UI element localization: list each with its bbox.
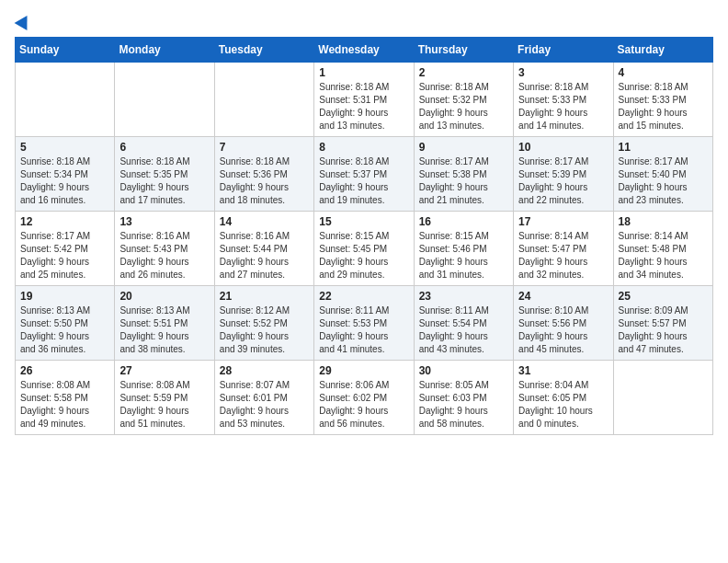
day-info: Sunrise: 8:08 AM Sunset: 5:59 PM Dayligh…: [119, 379, 209, 431]
calendar-cell: 20Sunrise: 8:13 AM Sunset: 5:51 PM Dayli…: [115, 286, 214, 361]
calendar-cell: 22Sunrise: 8:11 AM Sunset: 5:53 PM Dayli…: [314, 286, 414, 361]
day-info: Sunrise: 8:17 AM Sunset: 5:40 PM Dayligh…: [619, 155, 708, 207]
day-info: Sunrise: 8:14 AM Sunset: 5:47 PM Dayligh…: [518, 230, 608, 282]
calendar-cell: [16, 63, 115, 137]
calendar-cell: 6Sunrise: 8:18 AM Sunset: 5:35 PM Daylig…: [115, 137, 214, 212]
calendar-cell: 10Sunrise: 8:17 AM Sunset: 5:39 PM Dayli…: [514, 137, 613, 212]
calendar-header-row: SundayMondayTuesdayWednesdayThursdayFrid…: [16, 38, 713, 63]
calendar-cell: 3Sunrise: 8:18 AM Sunset: 5:33 PM Daylig…: [514, 63, 613, 137]
day-info: Sunrise: 8:07 AM Sunset: 6:01 PM Dayligh…: [220, 379, 309, 431]
day-number: 25: [619, 290, 708, 303]
calendar-cell: 15Sunrise: 8:15 AM Sunset: 5:45 PM Dayli…: [314, 212, 414, 286]
weekday-header-thursday: Thursday: [414, 38, 513, 63]
day-number: 18: [619, 215, 708, 228]
day-info: Sunrise: 8:15 AM Sunset: 5:45 PM Dayligh…: [319, 230, 408, 282]
day-number: 21: [220, 290, 309, 303]
calendar-cell: [214, 63, 313, 137]
day-info: Sunrise: 8:17 AM Sunset: 5:39 PM Dayligh…: [518, 155, 608, 207]
day-info: Sunrise: 8:05 AM Sunset: 6:03 PM Dayligh…: [419, 379, 508, 431]
calendar-week-row: 5Sunrise: 8:18 AM Sunset: 5:34 PM Daylig…: [16, 137, 713, 212]
calendar-cell: 23Sunrise: 8:11 AM Sunset: 5:54 PM Dayli…: [414, 286, 513, 361]
day-number: 31: [518, 364, 608, 377]
calendar-cell: 1Sunrise: 8:18 AM Sunset: 5:31 PM Daylig…: [314, 63, 414, 137]
day-info: Sunrise: 8:15 AM Sunset: 5:46 PM Dayligh…: [419, 230, 508, 282]
day-info: Sunrise: 8:11 AM Sunset: 5:53 PM Dayligh…: [319, 304, 408, 356]
day-number: 1: [319, 66, 408, 79]
day-info: Sunrise: 8:18 AM Sunset: 5:32 PM Dayligh…: [419, 81, 508, 132]
weekday-header-friday: Friday: [514, 38, 613, 63]
calendar-cell: 2Sunrise: 8:18 AM Sunset: 5:32 PM Daylig…: [414, 63, 513, 137]
calendar-cell: 11Sunrise: 8:17 AM Sunset: 5:40 PM Dayli…: [613, 137, 712, 212]
day-number: 13: [119, 215, 209, 228]
day-number: 5: [20, 141, 109, 154]
day-number: 16: [419, 215, 508, 228]
day-info: Sunrise: 8:09 AM Sunset: 5:57 PM Dayligh…: [619, 304, 708, 356]
day-number: 4: [619, 66, 708, 79]
calendar-cell: 7Sunrise: 8:18 AM Sunset: 5:36 PM Daylig…: [214, 137, 313, 212]
weekday-header-wednesday: Wednesday: [314, 38, 414, 63]
calendar-cell: 30Sunrise: 8:05 AM Sunset: 6:03 PM Dayli…: [414, 361, 513, 435]
day-number: 6: [119, 141, 209, 154]
calendar-table: SundayMondayTuesdayWednesdayThursdayFrid…: [15, 37, 713, 435]
day-info: Sunrise: 8:13 AM Sunset: 5:51 PM Dayligh…: [119, 304, 209, 356]
day-number: 17: [518, 215, 608, 228]
calendar-cell: 26Sunrise: 8:08 AM Sunset: 5:58 PM Dayli…: [16, 361, 115, 435]
calendar-cell: 8Sunrise: 8:18 AM Sunset: 5:37 PM Daylig…: [314, 137, 414, 212]
day-number: 24: [518, 290, 608, 303]
day-number: 20: [119, 290, 209, 303]
day-info: Sunrise: 8:18 AM Sunset: 5:33 PM Dayligh…: [619, 81, 708, 132]
day-number: 3: [518, 66, 608, 79]
day-number: 12: [20, 215, 109, 228]
weekday-header-sunday: Sunday: [16, 38, 115, 63]
day-info: Sunrise: 8:18 AM Sunset: 5:35 PM Dayligh…: [119, 155, 209, 207]
calendar-cell: [115, 63, 214, 137]
weekday-header-saturday: Saturday: [613, 38, 712, 63]
calendar-cell: 5Sunrise: 8:18 AM Sunset: 5:34 PM Daylig…: [16, 137, 115, 212]
day-info: Sunrise: 8:06 AM Sunset: 6:02 PM Dayligh…: [319, 379, 408, 431]
calendar-cell: 31Sunrise: 8:04 AM Sunset: 6:05 PM Dayli…: [514, 361, 613, 435]
calendar-cell: 28Sunrise: 8:07 AM Sunset: 6:01 PM Dayli…: [214, 361, 313, 435]
day-info: Sunrise: 8:18 AM Sunset: 5:37 PM Dayligh…: [319, 155, 408, 207]
day-number: 15: [319, 215, 408, 228]
day-info: Sunrise: 8:11 AM Sunset: 5:54 PM Dayligh…: [419, 304, 508, 356]
calendar-cell: 12Sunrise: 8:17 AM Sunset: 5:42 PM Dayli…: [16, 212, 115, 286]
calendar-week-row: 19Sunrise: 8:13 AM Sunset: 5:50 PM Dayli…: [16, 286, 713, 361]
day-info: Sunrise: 8:04 AM Sunset: 6:05 PM Dayligh…: [518, 379, 608, 431]
calendar-cell: 21Sunrise: 8:12 AM Sunset: 5:52 PM Dayli…: [214, 286, 313, 361]
weekday-header-tuesday: Tuesday: [214, 38, 313, 63]
day-number: 9: [419, 141, 508, 154]
day-info: Sunrise: 8:17 AM Sunset: 5:38 PM Dayligh…: [419, 155, 508, 207]
logo: [15, 15, 31, 28]
calendar-cell: 16Sunrise: 8:15 AM Sunset: 5:46 PM Dayli…: [414, 212, 513, 286]
day-info: Sunrise: 8:17 AM Sunset: 5:42 PM Dayligh…: [20, 230, 109, 282]
day-number: 19: [20, 290, 109, 303]
day-number: 7: [220, 141, 309, 154]
weekday-header-monday: Monday: [115, 38, 214, 63]
day-number: 29: [319, 364, 408, 377]
calendar-cell: 9Sunrise: 8:17 AM Sunset: 5:38 PM Daylig…: [414, 137, 513, 212]
day-info: Sunrise: 8:12 AM Sunset: 5:52 PM Dayligh…: [220, 304, 309, 356]
day-info: Sunrise: 8:18 AM Sunset: 5:33 PM Dayligh…: [518, 81, 608, 132]
calendar-cell: 4Sunrise: 8:18 AM Sunset: 5:33 PM Daylig…: [613, 63, 712, 137]
calendar-cell: 29Sunrise: 8:06 AM Sunset: 6:02 PM Dayli…: [314, 361, 414, 435]
logo-triangle-icon: [15, 12, 34, 30]
day-number: 8: [319, 141, 408, 154]
day-number: 10: [518, 141, 608, 154]
calendar-cell: 24Sunrise: 8:10 AM Sunset: 5:56 PM Dayli…: [514, 286, 613, 361]
day-number: 2: [419, 66, 508, 79]
calendar-cell: [613, 361, 712, 435]
day-info: Sunrise: 8:18 AM Sunset: 5:31 PM Dayligh…: [319, 81, 408, 132]
day-number: 22: [319, 290, 408, 303]
calendar-week-row: 26Sunrise: 8:08 AM Sunset: 5:58 PM Dayli…: [16, 361, 713, 435]
calendar-week-row: 1Sunrise: 8:18 AM Sunset: 5:31 PM Daylig…: [16, 63, 713, 137]
calendar-cell: 13Sunrise: 8:16 AM Sunset: 5:43 PM Dayli…: [115, 212, 214, 286]
day-number: 26: [20, 364, 109, 377]
day-number: 30: [419, 364, 508, 377]
day-number: 11: [619, 141, 708, 154]
page-header: [15, 15, 713, 28]
calendar-cell: 25Sunrise: 8:09 AM Sunset: 5:57 PM Dayli…: [613, 286, 712, 361]
calendar-cell: 18Sunrise: 8:14 AM Sunset: 5:48 PM Dayli…: [613, 212, 712, 286]
day-info: Sunrise: 8:18 AM Sunset: 5:36 PM Dayligh…: [220, 155, 309, 207]
day-number: 14: [220, 215, 309, 228]
day-info: Sunrise: 8:14 AM Sunset: 5:48 PM Dayligh…: [619, 230, 708, 282]
